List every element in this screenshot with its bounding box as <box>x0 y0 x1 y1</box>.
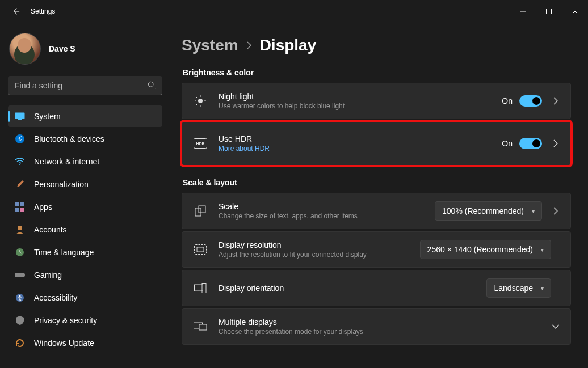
maximize-button[interactable] <box>536 0 562 23</box>
card-subtitle: Change the size of text, apps, and other… <box>219 212 435 220</box>
nav-apps[interactable]: Apps <box>8 196 162 218</box>
hdr-toggle[interactable] <box>519 138 542 149</box>
svg-point-1 <box>148 82 153 87</box>
orientation-icon <box>192 283 208 293</box>
card-night-light[interactable]: Night light Use warmer colors to help bl… <box>182 83 571 119</box>
display-icon <box>15 112 25 120</box>
nav-label: Personalization <box>34 180 89 189</box>
apps-icon <box>15 202 25 212</box>
card-title: Night light <box>219 92 502 101</box>
nav-accessibility[interactable]: Accessibility <box>8 287 162 308</box>
svg-point-14 <box>19 295 21 297</box>
nav-privacy[interactable]: Privacy & security <box>8 310 162 331</box>
search-icon <box>148 81 156 89</box>
nav-bluetooth[interactable]: Bluetooth & devices <box>8 128 162 150</box>
svg-rect-0 <box>547 9 552 14</box>
search-input[interactable] <box>8 76 162 95</box>
svg-rect-19 <box>199 206 205 213</box>
nav-label: Accounts <box>34 225 67 234</box>
accessibility-icon <box>15 293 25 302</box>
card-resolution[interactable]: Display resolution Adjust the resolution… <box>182 231 571 268</box>
scale-select[interactable]: 100% (Recommended)▾ <box>435 201 542 221</box>
card-scale[interactable]: Scale Change the size of text, apps, and… <box>182 193 571 229</box>
nav-update[interactable]: Windows Update <box>8 332 162 354</box>
avatar <box>9 33 41 65</box>
back-button[interactable] <box>5 0 27 23</box>
svg-rect-9 <box>20 208 24 212</box>
nav: System Bluetooth & devices Network & int… <box>8 105 162 354</box>
night-light-icon <box>192 95 208 107</box>
chevron-down-icon: ▾ <box>541 247 544 253</box>
nav-gaming[interactable]: Gaming <box>8 264 162 286</box>
nav-label: Windows Update <box>34 339 94 348</box>
gamepad-icon <box>15 272 25 278</box>
nav-label: Accessibility <box>34 293 77 302</box>
sidebar: Dave S System Bluetooth & devices Networ… <box>0 23 170 368</box>
svg-rect-6 <box>15 202 19 206</box>
close-button[interactable] <box>562 0 588 23</box>
card-title: Multiple displays <box>219 318 551 327</box>
svg-rect-3 <box>18 119 22 120</box>
chevron-right-icon[interactable] <box>551 139 560 147</box>
card-hdr[interactable]: HDR Use HDR More about HDR On <box>182 121 571 166</box>
orientation-select[interactable]: Landscape▾ <box>486 278 551 298</box>
titlebar: Settings <box>0 0 588 23</box>
hdr-more-link[interactable]: More about HDR <box>219 145 502 153</box>
breadcrumb-parent[interactable]: System <box>182 36 238 54</box>
svg-rect-21 <box>197 247 204 252</box>
search-container <box>8 76 162 95</box>
page-title: Display <box>260 36 317 54</box>
profile[interactable]: Dave S <box>9 33 162 65</box>
chevron-down-icon[interactable] <box>551 324 560 329</box>
chevron-right-icon[interactable] <box>551 97 560 105</box>
card-orientation[interactable]: Display orientation Landscape▾ <box>182 270 571 306</box>
username: Dave S <box>49 44 75 53</box>
window-controls <box>510 0 588 23</box>
minimize-button[interactable] <box>510 0 536 23</box>
multiple-displays-icon <box>192 322 208 332</box>
card-subtitle: Use warmer colors to help block blue lig… <box>219 102 502 110</box>
resolution-icon <box>192 244 208 255</box>
update-icon <box>15 339 25 348</box>
resolution-select[interactable]: 2560 × 1440 (Recommended)▾ <box>420 240 551 259</box>
svg-rect-18 <box>195 208 201 216</box>
card-multiple-displays[interactable]: Multiple displays Choose the presentatio… <box>182 308 571 345</box>
nav-label: Bluetooth & devices <box>34 134 104 143</box>
person-icon <box>15 225 25 234</box>
hdr-icon: HDR <box>192 138 208 149</box>
nav-network[interactable]: Network & internet <box>8 151 162 172</box>
nav-label: Network & internet <box>34 157 99 166</box>
clock-icon <box>15 248 25 257</box>
bluetooth-icon <box>15 134 25 143</box>
svg-point-15 <box>198 99 203 103</box>
toggle-state: On <box>502 96 513 105</box>
card-title: Use HDR <box>219 134 502 143</box>
card-title: Display resolution <box>219 240 420 249</box>
chevron-right-icon[interactable] <box>551 207 560 215</box>
svg-rect-2 <box>15 113 25 119</box>
brush-icon <box>15 180 25 189</box>
svg-rect-25 <box>199 324 207 330</box>
shield-icon <box>15 316 25 325</box>
toggle-state: On <box>502 139 513 148</box>
chevron-down-icon: ▾ <box>541 285 544 291</box>
section-brightness-title: Brightness & color <box>183 68 571 77</box>
nav-accounts[interactable]: Accounts <box>8 219 162 240</box>
breadcrumb: System Display <box>182 36 571 54</box>
card-subtitle: Choose the presentation mode for your di… <box>219 328 551 336</box>
svg-rect-7 <box>20 202 24 206</box>
nav-system[interactable]: System <box>8 105 162 127</box>
nav-time[interactable]: Time & language <box>8 242 162 263</box>
card-title: Display orientation <box>219 284 486 293</box>
section-scale-title: Scale & layout <box>183 178 571 187</box>
card-subtitle: Adjust the resolution to fit your connec… <box>219 251 420 259</box>
svg-text:HDR: HDR <box>196 142 204 146</box>
scale-icon <box>192 205 208 217</box>
wifi-icon <box>15 158 25 165</box>
chevron-down-icon: ▾ <box>532 208 535 214</box>
nav-personalization[interactable]: Personalization <box>8 174 162 195</box>
main-content: System Display Brightness & color Night … <box>170 23 588 368</box>
night-light-toggle[interactable] <box>519 95 542 107</box>
svg-rect-8 <box>15 208 19 212</box>
nav-label: System <box>34 112 61 121</box>
